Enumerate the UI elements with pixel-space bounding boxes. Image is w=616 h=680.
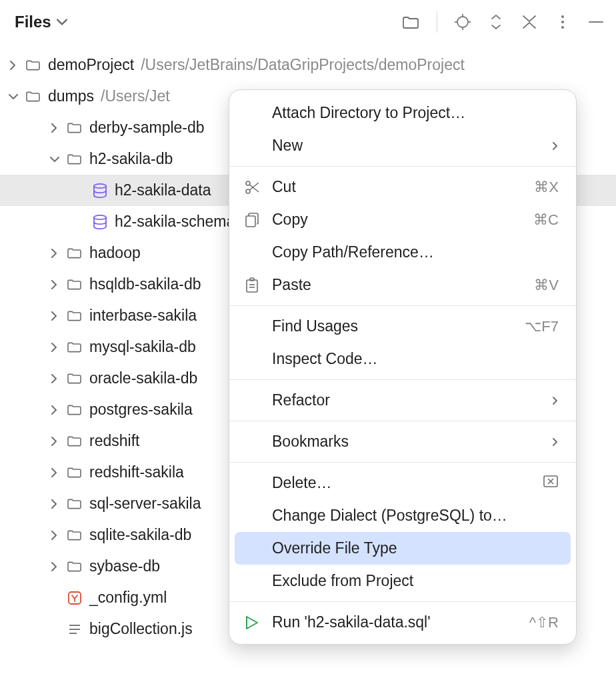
- expand-arrow-icon[interactable]: [4, 61, 23, 70]
- expand-arrow-icon[interactable]: [45, 374, 64, 383]
- tree-node-label: redshift: [89, 432, 139, 450]
- submenu-arrow-icon: [551, 397, 559, 405]
- menu-label: Copy Path/Reference…: [272, 243, 559, 261]
- expand-arrow-icon[interactable]: [45, 249, 64, 258]
- folder-icon: [64, 466, 85, 479]
- chevron-down-icon: [57, 17, 67, 27]
- expand-arrow-icon[interactable]: [45, 562, 64, 571]
- menu-item-run[interactable]: Run 'h2-sakila-data.sql' ^⇧R: [235, 606, 571, 639]
- options-button[interactable]: [555, 14, 571, 30]
- collapse-arrow-icon[interactable]: [45, 155, 64, 164]
- tree-node-path: /Users/Jet: [101, 87, 170, 105]
- menu-item-refactor[interactable]: Refactor: [235, 384, 571, 417]
- folder-icon: [64, 435, 85, 448]
- folder-icon: [64, 560, 85, 573]
- menu-label: New: [272, 137, 546, 155]
- tree-node-label: redshift-sakila: [89, 463, 184, 481]
- file-lines-icon: [64, 622, 85, 637]
- menu-label: Attach Directory to Project…: [272, 104, 559, 122]
- menu-item-new[interactable]: New: [235, 129, 571, 162]
- tool-window-header: Files: [0, 0, 616, 44]
- menu-item-delete[interactable]: Delete…: [235, 467, 571, 499]
- menu-item-override-file-type[interactable]: Override File Type: [235, 532, 571, 565]
- tree-node-label: bigCollection.js: [89, 620, 193, 638]
- tree-node-label: _config.yml: [89, 589, 167, 607]
- yaml-icon: [64, 591, 85, 605]
- tree-node-label: sybase-db: [89, 557, 160, 575]
- expand-arrow-icon[interactable]: [45, 123, 64, 133]
- expand-arrow-icon[interactable]: [45, 531, 64, 540]
- tree-node-label: demoProject: [48, 56, 134, 74]
- collapse-all-button[interactable]: [521, 14, 537, 30]
- expand-collapse-button[interactable]: [488, 15, 504, 29]
- tree-node-label: derby-sample-db: [89, 119, 205, 137]
- tree-row-demoproject[interactable]: demoProject /Users/JetBrains/DataGripPro…: [0, 49, 616, 81]
- tree-node-label: sqlite-sakila-db: [89, 526, 191, 544]
- tree-node-label: h2-sakila-schema: [115, 213, 235, 231]
- menu-item-change-dialect[interactable]: Change Dialect (PostgreSQL) to…: [235, 499, 571, 532]
- expand-arrow-icon[interactable]: [45, 437, 64, 446]
- panel-title: Files: [15, 13, 51, 31]
- expand-arrow-icon[interactable]: [45, 280, 64, 289]
- menu-separator: [229, 421, 576, 421]
- submenu-arrow-icon: [551, 438, 559, 446]
- folder-icon: [64, 497, 85, 511]
- panel-title-dropdown[interactable]: Files: [15, 13, 67, 31]
- menu-shortcut: ^⇧R: [529, 614, 559, 631]
- menu-label: Delete…: [272, 474, 537, 492]
- expand-arrow-icon[interactable]: [45, 499, 64, 509]
- menu-shortcut: ⌥F7: [525, 318, 559, 335]
- menu-shortcut: ⌘C: [533, 211, 559, 229]
- tree-node-label: mysql-sakila-db: [89, 338, 196, 356]
- copy-icon: [244, 212, 272, 228]
- open-folder-button[interactable]: [402, 15, 419, 29]
- expand-arrow-icon[interactable]: [45, 343, 64, 352]
- menu-item-find-usages[interactable]: Find Usages ⌥F7: [235, 310, 571, 343]
- tree-node-label: hsqldb-sakila-db: [89, 275, 201, 293]
- folder-icon: [64, 372, 85, 385]
- expand-arrow-icon[interactable]: [45, 405, 64, 415]
- menu-item-paste[interactable]: Paste ⌘V: [235, 269, 571, 301]
- menu-label: Refactor: [272, 391, 546, 409]
- menu-separator: [229, 379, 576, 380]
- database-icon: [89, 183, 111, 199]
- menu-item-inspect-code[interactable]: Inspect Code…: [235, 343, 571, 375]
- menu-separator: [229, 166, 576, 167]
- folder-icon: [64, 278, 85, 291]
- folder-icon: [64, 529, 85, 542]
- menu-shortcut: ⌘X: [534, 179, 559, 196]
- tree-node-path: /Users/JetBrains/DataGripProjects/demoPr…: [141, 56, 465, 74]
- menu-label: Change Dialect (PostgreSQL) to…: [272, 507, 559, 525]
- folder-icon: [64, 403, 85, 417]
- select-opened-file-button[interactable]: [455, 14, 471, 30]
- hide-button[interactable]: [588, 14, 604, 30]
- menu-label: Inspect Code…: [272, 350, 559, 368]
- run-icon: [244, 615, 272, 631]
- context-menu: Attach Directory to Project… New Cut ⌘X …: [229, 89, 577, 645]
- menu-shortcut: ⌘V: [534, 277, 559, 294]
- paste-icon: [244, 277, 272, 293]
- menu-label: Override File Type: [272, 539, 559, 557]
- menu-label: Paste: [272, 276, 529, 294]
- menu-item-attach-directory[interactable]: Attach Directory to Project…: [235, 97, 571, 129]
- tree-node-label: sql-server-sakila: [89, 495, 201, 513]
- menu-item-copy[interactable]: Copy ⌘C: [235, 203, 571, 236]
- delete-key-icon: [543, 473, 559, 493]
- folder-icon: [23, 59, 44, 72]
- tree-node-label: dumps: [48, 87, 94, 105]
- menu-item-cut[interactable]: Cut ⌘X: [235, 171, 571, 203]
- menu-item-bookmarks[interactable]: Bookmarks: [235, 425, 571, 458]
- tree-node-label: postgres-sakila: [89, 401, 193, 419]
- collapse-arrow-icon[interactable]: [4, 92, 23, 101]
- folder-icon: [64, 153, 85, 166]
- menu-label: Cut: [272, 178, 529, 196]
- menu-item-copy-path[interactable]: Copy Path/Reference…: [235, 236, 571, 269]
- menu-item-exclude-from-project[interactable]: Exclude from Project: [235, 565, 571, 597]
- expand-arrow-icon[interactable]: [45, 311, 64, 321]
- menu-label: Copy: [272, 211, 528, 229]
- submenu-arrow-icon: [551, 142, 559, 150]
- menu-label: Exclude from Project: [272, 572, 559, 590]
- tree-node-label: interbase-sakila: [89, 307, 197, 325]
- menu-label: Run 'h2-sakila-data.sql': [272, 613, 524, 631]
- expand-arrow-icon[interactable]: [45, 468, 64, 477]
